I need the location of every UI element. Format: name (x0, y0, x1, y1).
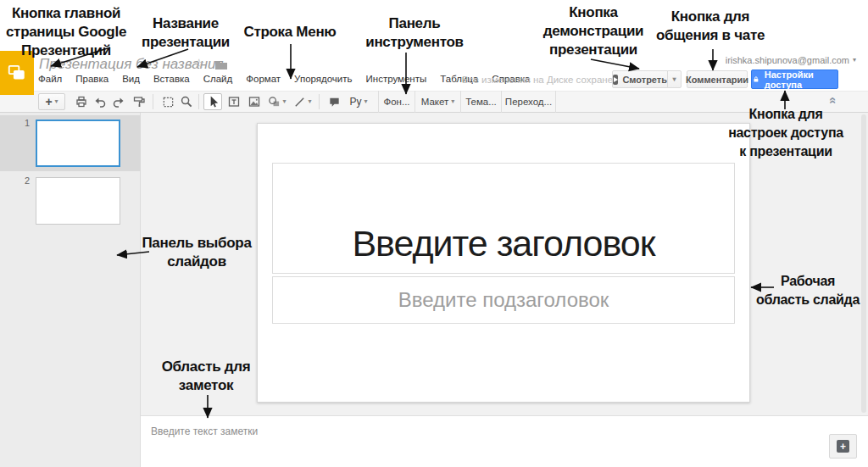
present-button-label: Смотреть (622, 75, 667, 85)
insert-shape-button[interactable]: ▾ (266, 93, 288, 110)
shape-icon (268, 96, 281, 108)
menu-arrange[interactable]: Упорядочить (294, 74, 352, 84)
share-settings-button[interactable]: Настройки доступа (751, 69, 838, 89)
play-icon (613, 75, 618, 85)
menu-edit[interactable]: Правка (75, 74, 108, 84)
speaker-notes-area[interactable] (141, 415, 868, 467)
text-box-button[interactable] (225, 93, 242, 110)
background-button-label: Фон... (383, 97, 409, 107)
menu-format[interactable]: Формат (246, 74, 281, 84)
zoom-button[interactable] (178, 93, 195, 110)
cursor-icon (207, 95, 220, 108)
annotation-toolbar: Панель инструментов (348, 14, 481, 52)
toolbar-separator (198, 94, 199, 109)
save-status-text: Все изменения на Диске сохранены (462, 75, 626, 85)
subtitle-placeholder[interactable]: Введите подзаголовок (272, 276, 735, 324)
undo-icon (93, 95, 107, 108)
layout-button[interactable]: Макет ▾ (415, 91, 461, 113)
input-tools-label: Ру (349, 96, 361, 108)
chevron-down-icon: ▾ (672, 76, 676, 83)
transition-button[interactable]: Переход... (502, 91, 556, 113)
slides-logo-icon (8, 64, 26, 81)
insert-line-button[interactable]: ▾ (292, 93, 314, 110)
folder-icon[interactable] (214, 59, 228, 70)
line-icon (293, 96, 306, 108)
redo-button[interactable] (110, 93, 127, 110)
annotation-share-button: Кнопка для настроек доступа к презентаци… (712, 105, 860, 161)
chevron-down-icon: ▾ (853, 57, 856, 64)
paint-format-button[interactable] (131, 93, 147, 110)
annotation-menu-bar: Строка Меню (237, 23, 342, 42)
slide-thumbnail-1[interactable] (36, 120, 120, 167)
present-options-dropdown[interactable]: ▾ (667, 70, 682, 88)
menu-file[interactable]: Файл (38, 74, 62, 84)
annotation-doc-title: Название презентации (125, 14, 246, 52)
vertical-scrollbar[interactable] (861, 114, 866, 413)
print-button[interactable] (73, 93, 90, 110)
plus-icon: + (45, 96, 52, 108)
toolbar-separator (153, 94, 153, 109)
menu-insert[interactable]: Вставка (153, 74, 190, 84)
fit-zoom-button[interactable] (159, 93, 176, 110)
google-slides-screenshot: Презентация без названия ☆ Файл Правка В… (0, 0, 868, 467)
insert-image-button[interactable] (246, 93, 263, 110)
account-menu[interactable]: irishka.shipunova@gmail.com ▾ (726, 55, 856, 65)
annotation-filmstrip: Панель выбора слайдов (138, 234, 255, 271)
input-tools-button[interactable]: Ру ▾ (346, 93, 371, 110)
plus-badge-icon: + (837, 440, 849, 453)
slide-thumbnail-2[interactable] (36, 177, 120, 225)
chevron-down-icon: ▾ (55, 98, 58, 105)
explore-tool-button[interactable]: + (829, 434, 857, 459)
present-button[interactable]: Смотреть (612, 70, 668, 88)
share-button-label: Настройки доступа (765, 69, 837, 90)
slide-number: 1 (25, 118, 30, 128)
chevron-down-icon: ▾ (451, 98, 454, 105)
comments-button-label: Комментарии (686, 75, 748, 85)
text-box-icon (227, 95, 241, 108)
account-email: irishka.shipunova@gmail.com (726, 55, 849, 65)
chevron-down-icon: ▾ (308, 98, 311, 105)
star-icon[interactable]: ☆ (193, 56, 204, 71)
notes-placeholder-text: Введите текст заметки (151, 425, 258, 437)
printer-icon (75, 95, 88, 108)
annotation-work-area: Рабочая область слайда (749, 272, 866, 309)
lock-icon (752, 74, 760, 85)
theme-button[interactable]: Тема... (461, 91, 502, 113)
select-tool-button[interactable] (203, 93, 222, 110)
theme-button-label: Тема... (465, 97, 497, 107)
menu-tools[interactable]: Инструменты (366, 74, 427, 84)
insert-comment-button[interactable] (326, 93, 342, 110)
annotation-chat-button: Кнопка для общения в чате (641, 8, 780, 45)
new-slide-button[interactable]: + ▾ (38, 93, 65, 110)
chevron-down-icon: ▾ (282, 98, 286, 105)
layout-button-label: Макет (421, 97, 449, 107)
annotation-home-button: Кнопка главной страницы Google Презентац… (2, 4, 131, 60)
undo-button[interactable] (92, 93, 108, 110)
fit-page-icon (162, 96, 175, 108)
paint-roller-icon (132, 95, 146, 108)
menu-slide[interactable]: Слайд (203, 74, 233, 84)
subtitle-placeholder-text: Введите подзаголовок (398, 288, 609, 312)
menu-view[interactable]: Вид (122, 74, 140, 84)
image-icon (248, 95, 261, 108)
background-button[interactable]: Фон... (378, 91, 415, 113)
comment-icon (328, 96, 341, 108)
collapse-toolbar-icon[interactable]: » (824, 97, 838, 103)
title-placeholder-text: Введите заголовок (352, 223, 654, 264)
annotation-notes: Область для заметок (149, 358, 263, 395)
transition-button-label: Переход... (505, 97, 552, 107)
toolbar-separator (319, 94, 320, 109)
menu-bar: Файл Правка Вид Вставка Слайд Формат Упо… (38, 74, 530, 84)
magnifier-icon (180, 95, 193, 108)
redo-icon (112, 95, 125, 108)
slide-number: 2 (25, 175, 30, 186)
title-placeholder[interactable]: Введите заголовок (272, 163, 735, 274)
chevron-down-icon: ▾ (364, 98, 368, 105)
comments-button[interactable]: Комментарии (687, 70, 748, 88)
